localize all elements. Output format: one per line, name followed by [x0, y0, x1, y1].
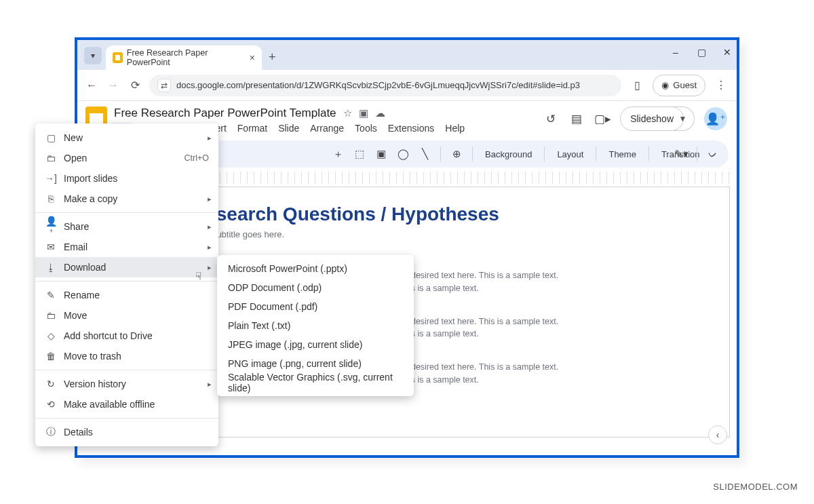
drive-shortcut-icon: ◇ — [45, 330, 57, 341]
menu-item-add-shortcut[interactable]: ◇Add shortcut to Drive — [35, 326, 218, 346]
folder-icon: 🗀 — [45, 153, 57, 163]
forward-button[interactable]: → — [106, 79, 121, 92]
overflow-menu-button[interactable]: ⋮ — [712, 77, 730, 94]
comment-add-icon[interactable]: ⊕ — [448, 145, 465, 163]
window-maximize-button[interactable]: ▢ — [696, 47, 707, 58]
shortcut-text: Ctrl+O — [185, 153, 209, 163]
menu-item-new[interactable]: ▢New▸ — [35, 128, 218, 148]
email-icon: ✉ — [45, 241, 57, 252]
import-icon: →] — [45, 173, 57, 184]
menu-item-import[interactable]: →]Import slides — [35, 168, 218, 189]
site-info-icon[interactable]: ⇄ — [157, 79, 171, 92]
menu-item-trash[interactable]: 🗑Move to trash — [35, 346, 218, 366]
document-title[interactable]: Free Research Paper PowerPoint Template — [114, 106, 336, 120]
menu-item-rename[interactable]: ✎Rename — [35, 285, 218, 305]
submenu-arrow-icon: ▸ — [208, 134, 212, 142]
menu-help[interactable]: Help — [445, 123, 465, 135]
profile-chip[interactable]: ◉ Guest — [653, 75, 705, 96]
download-pptx[interactable]: Microsoft PowerPoint (.pptx) — [217, 259, 414, 278]
new-doc-icon: ▢ — [45, 132, 57, 143]
trash-icon: 🗑 — [45, 351, 57, 362]
body-text-2[interactable]: t. Insert your desired text here. This i… — [362, 315, 710, 341]
reader-mode-icon[interactable]: ▯ — [628, 77, 646, 94]
layout-button[interactable]: Layout — [551, 149, 589, 159]
download-pdf[interactable]: PDF Document (.pdf) — [217, 297, 414, 316]
move-icon: 🗀 — [45, 310, 57, 321]
reload-button[interactable]: ⟳ — [128, 79, 142, 92]
info-icon: ⓘ — [45, 426, 57, 438]
menu-item-copy[interactable]: ⎘Make a copy▸ — [35, 189, 218, 209]
slideshow-dropdown[interactable]: ▼ — [672, 106, 695, 131]
slideshow-label: Slideshow — [630, 113, 674, 124]
download-txt[interactable]: Plain Text (.txt) — [217, 316, 414, 335]
tab-close-icon[interactable]: × — [250, 52, 255, 63]
menu-extensions[interactable]: Extensions — [388, 123, 434, 135]
move-to-drive-icon[interactable]: ▣ — [359, 107, 368, 119]
url-text: docs.google.com/presentation/d/1ZWGRKqSc… — [176, 80, 580, 90]
mode-dropdown[interactable]: ✎▾ — [672, 145, 690, 163]
menu-item-share[interactable]: 👤⁺Share▸ — [35, 216, 218, 237]
window-close-button[interactable]: ✕ — [722, 47, 733, 58]
shape-icon[interactable]: ◯ — [394, 145, 412, 163]
star-icon[interactable]: ☆ — [343, 107, 352, 119]
back-button[interactable]: ← — [84, 79, 99, 92]
offline-icon: ⟲ — [45, 399, 57, 410]
textbox-icon[interactable]: ⬚ — [351, 145, 368, 163]
history-icon: ↻ — [45, 379, 57, 389]
window-minimize-button[interactable]: – — [670, 47, 681, 58]
share-button[interactable]: 👤⁺ — [704, 107, 727, 130]
download-png[interactable]: PNG image (.png, current slide) — [217, 354, 414, 373]
collapse-toolbar-icon[interactable]: ᨆ — [704, 145, 722, 163]
menu-tools[interactable]: Tools — [355, 123, 377, 135]
tab-dropdown-button[interactable]: ▾ — [84, 47, 102, 64]
browser-tab[interactable]: Free Research Paper PowerPoint × — [106, 45, 262, 70]
address-bar[interactable]: ⇄ docs.google.com/presentation/d/1ZWGRKq… — [149, 75, 621, 96]
submenu-arrow-icon: ▸ — [208, 380, 212, 389]
menu-arrange[interactable]: Arrange — [310, 123, 344, 135]
download-submenu: Microsoft PowerPoint (.pptx) ODP Documen… — [217, 255, 414, 396]
image-icon[interactable]: ▣ — [372, 145, 390, 163]
share-icon: 👤⁺ — [45, 216, 57, 237]
new-slide-button[interactable]: ＋ — [329, 145, 347, 163]
submenu-arrow-icon: ▸ — [208, 195, 212, 203]
tab-title: Free Research Paper PowerPoint — [127, 48, 244, 67]
watermark: SLIDEMODEL.COM — [713, 482, 798, 492]
download-jpg[interactable]: JPEG image (.jpg, current slide) — [217, 335, 414, 354]
submenu-arrow-icon: ▸ — [208, 263, 212, 272]
menu-item-offline[interactable]: ⟲Make available offline — [35, 394, 218, 414]
copy-icon: ⎘ — [45, 193, 57, 204]
line-icon[interactable]: ╲ — [416, 145, 433, 163]
file-menu: ▢New▸ 🗀OpenCtrl+O →]Import slides ⎘Make … — [35, 123, 218, 446]
slide-subtitle[interactable]: Your subtitle goes here. — [192, 229, 710, 239]
background-button[interactable]: Background — [480, 149, 537, 159]
menu-item-open[interactable]: 🗀OpenCtrl+O — [35, 148, 218, 168]
body-text-1[interactable]: t. Insert your desired text here. This i… — [362, 269, 710, 295]
horizontal-ruler — [172, 172, 730, 184]
mouse-cursor-icon: ☟ — [195, 270, 201, 282]
submenu-arrow-icon: ▸ — [208, 222, 212, 231]
menu-slide[interactable]: Slide — [278, 123, 299, 135]
download-svg[interactable]: Scalable Vector Graphics (.svg, current … — [217, 373, 414, 392]
comments-icon[interactable]: ▤ — [568, 111, 585, 127]
menu-format[interactable]: Format — [237, 123, 267, 135]
menu-item-details[interactable]: ⓘDetails — [35, 422, 218, 442]
rename-icon: ✎ — [45, 290, 57, 301]
guest-avatar-icon: ◉ — [661, 80, 669, 90]
menu-item-move[interactable]: 🗀Move — [35, 305, 218, 326]
body-text-3[interactable]: t. Insert your desired text here. This i… — [362, 361, 710, 387]
meet-icon[interactable]: ▢▸ — [594, 111, 610, 127]
theme-button[interactable]: Theme — [603, 149, 641, 159]
guest-label: Guest — [673, 80, 697, 90]
history-icon[interactable]: ↺ — [543, 111, 559, 127]
cloud-status-icon[interactable]: ☁ — [375, 107, 385, 119]
menu-item-email[interactable]: ✉Email▸ — [35, 237, 218, 257]
menu-item-version-history[interactable]: ↻Version history▸ — [35, 374, 218, 394]
browser-toolbar: ← → ⟳ ⇄ docs.google.com/presentation/d/1… — [77, 70, 737, 101]
submenu-arrow-icon: ▸ — [208, 243, 212, 252]
download-odp[interactable]: ODP Document (.odp) — [217, 278, 414, 297]
new-tab-button[interactable]: + — [269, 50, 276, 64]
menu-item-download[interactable]: ⭳Download▸ — [35, 257, 218, 277]
slide-title[interactable]: Research Questions / Hypotheses — [192, 203, 710, 225]
explore-button[interactable]: ‹ — [708, 425, 727, 444]
slides-favicon-icon — [113, 52, 123, 63]
